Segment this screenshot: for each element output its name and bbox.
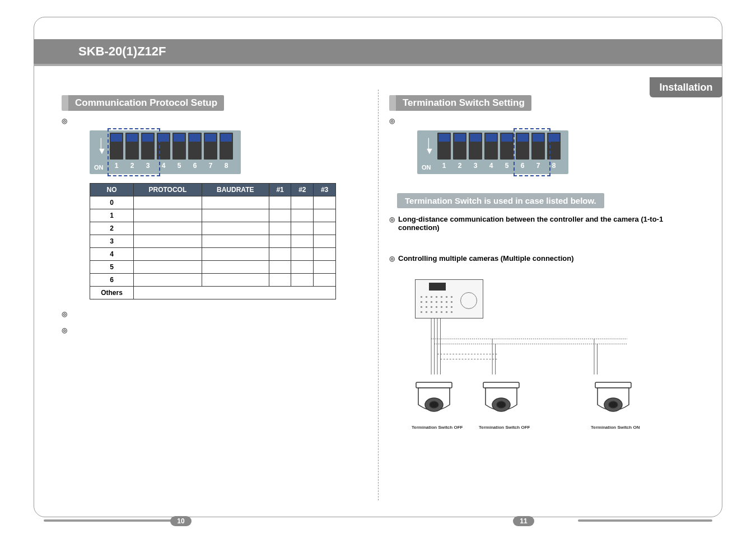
th-1: #1 (269, 184, 291, 196)
camera-3: Termination Switch ON (591, 380, 636, 430)
case-1: ◎ Long-distance communication between th… (389, 215, 694, 232)
content-columns: Communication Protocol Setup ◎ │▼ ON 1 2… (50, 90, 706, 500)
svg-point-17 (497, 401, 506, 408)
bullet-icon: ◎ (389, 116, 395, 125)
bullet-icon: ◎ (62, 310, 67, 318)
dip-arrow-icon: │▼ (97, 139, 105, 155)
connection-diagram: Termination Switch OFF Termination Switc… (400, 279, 647, 442)
page-bar-right (578, 519, 712, 522)
right-column: Termination Switch Setting ◎ │▼ ON 1 2 3 (378, 90, 706, 500)
bullet-icon: ◎ (389, 254, 395, 263)
case-2: ◎ Controlling multiple cameras (Multiple… (389, 254, 694, 263)
th-2: #2 (291, 184, 314, 196)
case-1-text: Long-distance communication between the … (398, 215, 694, 232)
right-section-title: Termination Switch Setting (389, 95, 531, 111)
svg-rect-18 (595, 382, 631, 388)
left-section-title: Communication Protocol Setup (62, 95, 224, 111)
table-row: 5 (90, 261, 336, 274)
th-3: #3 (314, 184, 336, 196)
right-bullet-1: ◎ (389, 116, 694, 125)
th-no: NO (90, 184, 134, 196)
table-row-others: Others (90, 287, 336, 299)
table-row: 3 (90, 235, 336, 248)
dip-switch-left: │▼ ON 1 2 3 4 5 6 7 8 (90, 130, 241, 174)
th-baudrate: BAUDRATE (202, 184, 269, 196)
table-row: 1 (90, 209, 336, 222)
dip-on-label: ON (94, 164, 104, 171)
page-bar-left (44, 519, 178, 522)
table-row: 2 (90, 222, 336, 235)
camera-1-label: Termination Switch OFF (412, 425, 456, 430)
th-protocol: PROTOCOL (133, 184, 202, 196)
model-title: SKB-20(1)Z12F (34, 39, 722, 59)
left-column: Communication Protocol Setup ◎ │▼ ON 1 2… (50, 90, 378, 500)
page-number-left: 10 (170, 516, 192, 526)
dip-arrow-icon: │▼ (425, 139, 433, 155)
camera-2-label: Termination Switch OFF (479, 425, 524, 430)
camera-1: Termination Switch OFF (412, 380, 456, 430)
dip-numbers: 1 2 3 4 5 6 7 8 (110, 160, 239, 170)
case-2-text: Controlling multiple cameras (Multiple c… (398, 254, 573, 263)
bullet-icon: ◎ (389, 215, 395, 223)
svg-rect-15 (483, 382, 519, 388)
protocol-table: NO PROTOCOL BAUDRATE #1 #2 #3 0 1 2 3 4 … (90, 183, 336, 299)
table-row: 6 (90, 274, 336, 287)
camera-2: Termination Switch OFF (479, 380, 524, 430)
dip-numbers: 1 2 3 4 5 6 7 8 (437, 160, 566, 170)
dip-on-label: ON (422, 164, 431, 171)
svg-rect-12 (416, 382, 452, 388)
camera-3-label: Termination Switch ON (591, 425, 636, 430)
controller-icon (415, 279, 483, 318)
table-row: 0 (90, 196, 336, 209)
table-row: 4 (90, 248, 336, 261)
svg-point-20 (609, 401, 618, 408)
termination-sub-banner: Termination Switch is used in case liste… (397, 193, 604, 208)
left-bullet-2: ◎ (62, 310, 367, 318)
svg-point-14 (430, 401, 438, 408)
left-bullet-1: ◎ (62, 116, 367, 125)
left-bullet-3: ◎ (62, 326, 367, 334)
bullet-icon: ◎ (62, 326, 67, 334)
bullet-icon: ◎ (62, 116, 67, 125)
header-bar: SKB-20(1)Z12F (34, 39, 722, 66)
page-number-right: 11 (513, 516, 534, 526)
wiring-icon (426, 318, 630, 374)
dip-switch-right: │▼ ON 1 2 3 4 5 6 7 8 (417, 130, 568, 174)
